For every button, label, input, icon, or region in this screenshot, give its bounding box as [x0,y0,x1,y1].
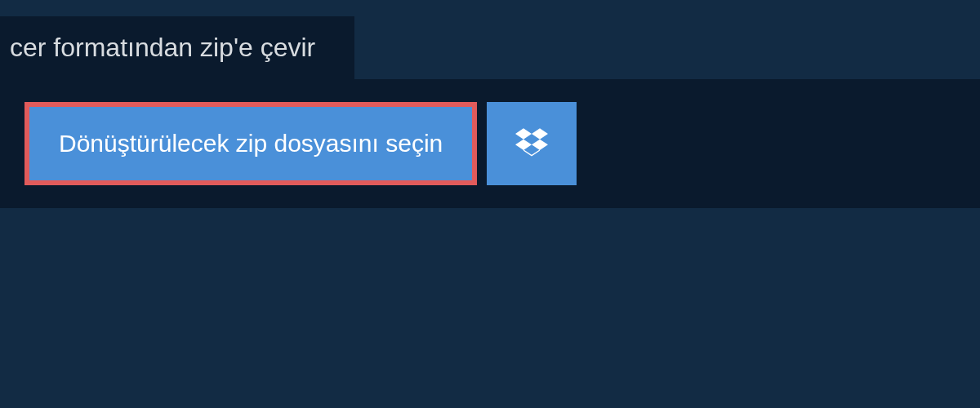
dropbox-button[interactable] [487,102,577,185]
button-row: Dönüştürülecek zip dosyasını seçin [24,102,956,185]
main-panel: Dönüştürülecek zip dosyasını seçin [0,79,980,208]
page-title-tab: cer formatından zip'e çevir [0,16,354,79]
page-title: cer formatından zip'e çevir [10,33,315,62]
dropbox-icon [515,126,548,162]
select-file-label: Dönüştürülecek zip dosyasını seçin [59,130,443,157]
select-file-button[interactable]: Dönüştürülecek zip dosyasını seçin [24,102,477,185]
